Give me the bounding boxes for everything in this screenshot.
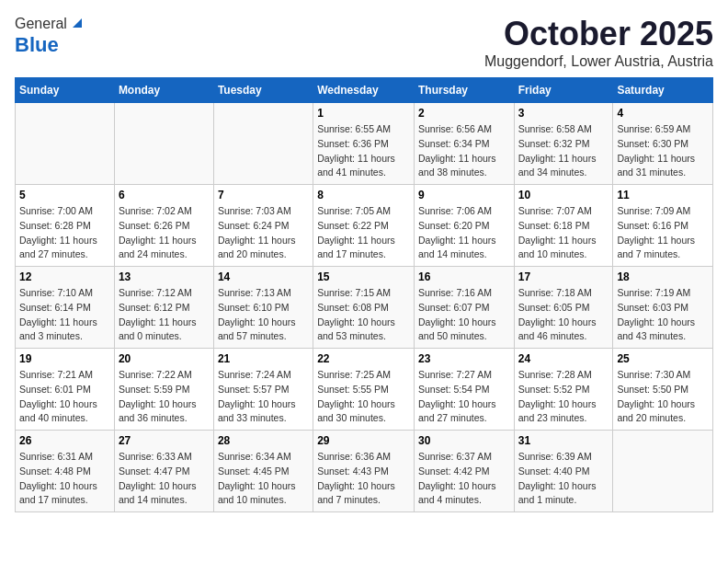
day-number: 26 (19, 434, 110, 447)
calendar-cell: 12Sunrise: 7:10 AM Sunset: 6:14 PM Dayli… (16, 267, 115, 349)
calendar-cell: 7Sunrise: 7:03 AM Sunset: 6:24 PM Daylig… (213, 185, 313, 267)
logo-triangle-icon (69, 15, 84, 29)
day-info: Sunrise: 7:13 AM Sunset: 6:10 PM Dayligh… (218, 286, 309, 344)
calendar-cell: 19Sunrise: 7:21 AM Sunset: 6:01 PM Dayli… (16, 349, 115, 431)
calendar-cell: 3Sunrise: 6:58 AM Sunset: 6:32 PM Daylig… (514, 103, 613, 185)
calendar-cell (16, 103, 115, 185)
day-info: Sunrise: 6:58 AM Sunset: 6:32 PM Dayligh… (518, 122, 609, 180)
day-info: Sunrise: 6:33 AM Sunset: 4:47 PM Dayligh… (119, 450, 210, 508)
calendar-cell: 9Sunrise: 7:06 AM Sunset: 6:20 PM Daylig… (414, 185, 514, 267)
day-number: 21 (218, 352, 309, 365)
day-number: 13 (119, 270, 210, 283)
calendar-cell: 25Sunrise: 7:30 AM Sunset: 5:50 PM Dayli… (613, 349, 713, 431)
day-number: 3 (518, 107, 609, 120)
calendar-cell (613, 431, 713, 512)
day-number: 12 (19, 270, 110, 283)
week-row-1: 1Sunrise: 6:55 AM Sunset: 6:36 PM Daylig… (16, 103, 713, 185)
day-number: 6 (119, 189, 210, 201)
calendar-cell: 4Sunrise: 6:59 AM Sunset: 6:30 PM Daylig… (613, 103, 713, 185)
day-info: Sunrise: 6:56 AM Sunset: 6:34 PM Dayligh… (418, 122, 510, 180)
day-number: 31 (518, 434, 609, 447)
day-number: 11 (617, 189, 709, 201)
day-number: 30 (418, 434, 510, 447)
day-number: 9 (418, 189, 510, 201)
calendar-cell: 2Sunrise: 6:56 AM Sunset: 6:34 PM Daylig… (414, 103, 514, 185)
week-row-2: 5Sunrise: 7:00 AM Sunset: 6:28 PM Daylig… (16, 185, 713, 267)
day-info: Sunrise: 7:22 AM Sunset: 5:59 PM Dayligh… (119, 368, 210, 426)
day-number: 29 (317, 434, 410, 447)
calendar-cell: 23Sunrise: 7:27 AM Sunset: 5:54 PM Dayli… (414, 349, 514, 431)
day-number: 22 (317, 352, 410, 365)
calendar-cell: 17Sunrise: 7:18 AM Sunset: 6:05 PM Dayli… (514, 267, 613, 349)
calendar-cell (213, 103, 313, 185)
day-info: Sunrise: 6:39 AM Sunset: 4:40 PM Dayligh… (518, 450, 609, 508)
day-info: Sunrise: 7:07 AM Sunset: 6:18 PM Dayligh… (518, 204, 609, 262)
day-number: 16 (418, 270, 510, 283)
col-header-tuesday: Tuesday (213, 78, 313, 103)
day-info: Sunrise: 7:18 AM Sunset: 6:05 PM Dayligh… (518, 286, 609, 344)
day-info: Sunrise: 7:00 AM Sunset: 6:28 PM Dayligh… (19, 204, 110, 262)
day-number: 23 (418, 352, 510, 365)
day-info: Sunrise: 6:59 AM Sunset: 6:30 PM Dayligh… (617, 122, 709, 180)
calendar-cell: 28Sunrise: 6:34 AM Sunset: 4:45 PM Dayli… (213, 431, 313, 512)
day-info: Sunrise: 7:06 AM Sunset: 6:20 PM Dayligh… (418, 204, 510, 262)
day-info: Sunrise: 7:21 AM Sunset: 6:01 PM Dayligh… (19, 368, 110, 426)
day-number: 7 (218, 189, 309, 201)
calendar-cell: 30Sunrise: 6:37 AM Sunset: 4:42 PM Dayli… (414, 431, 514, 512)
day-info: Sunrise: 7:24 AM Sunset: 5:57 PM Dayligh… (218, 368, 309, 426)
calendar-cell: 8Sunrise: 7:05 AM Sunset: 6:22 PM Daylig… (313, 185, 415, 267)
calendar-cell: 18Sunrise: 7:19 AM Sunset: 6:03 PM Dayli… (613, 267, 713, 349)
day-number: 24 (518, 352, 609, 365)
day-number: 2 (418, 107, 510, 120)
calendar-cell: 29Sunrise: 6:36 AM Sunset: 4:43 PM Dayli… (313, 431, 415, 512)
calendar-subtitle: Muggendorf, Lower Austria, Austria (484, 53, 713, 70)
calendar-cell: 5Sunrise: 7:00 AM Sunset: 6:28 PM Daylig… (16, 185, 115, 267)
calendar-title: October 2025 (484, 15, 713, 53)
calendar-cell: 22Sunrise: 7:25 AM Sunset: 5:55 PM Dayli… (313, 349, 415, 431)
calendar-header-row: SundayMondayTuesdayWednesdayThursdayFrid… (16, 78, 713, 103)
calendar-cell: 13Sunrise: 7:12 AM Sunset: 6:12 PM Dayli… (114, 267, 213, 349)
day-number: 18 (617, 270, 709, 283)
calendar-cell: 10Sunrise: 7:07 AM Sunset: 6:18 PM Dayli… (514, 185, 613, 267)
col-header-friday: Friday (514, 78, 613, 103)
logo: General Blue (15, 15, 84, 57)
day-number: 25 (617, 352, 709, 365)
day-info: Sunrise: 6:31 AM Sunset: 4:48 PM Dayligh… (19, 450, 110, 508)
day-number: 28 (218, 434, 309, 447)
calendar-cell: 1Sunrise: 6:55 AM Sunset: 6:36 PM Daylig… (313, 103, 415, 185)
calendar-cell (114, 103, 213, 185)
col-header-monday: Monday (114, 78, 213, 103)
day-number: 5 (19, 189, 110, 201)
calendar-table: SundayMondayTuesdayWednesdayThursdayFrid… (15, 77, 713, 512)
calendar-cell: 16Sunrise: 7:16 AM Sunset: 6:07 PM Dayli… (414, 267, 514, 349)
day-info: Sunrise: 7:09 AM Sunset: 6:16 PM Dayligh… (617, 204, 709, 262)
day-number: 15 (317, 270, 410, 283)
day-number: 17 (518, 270, 609, 283)
day-info: Sunrise: 7:15 AM Sunset: 6:08 PM Dayligh… (317, 286, 410, 344)
day-info: Sunrise: 7:05 AM Sunset: 6:22 PM Dayligh… (317, 204, 410, 262)
day-number: 20 (119, 352, 210, 365)
day-info: Sunrise: 6:34 AM Sunset: 4:45 PM Dayligh… (218, 450, 309, 508)
day-info: Sunrise: 7:02 AM Sunset: 6:26 PM Dayligh… (119, 204, 210, 262)
day-info: Sunrise: 7:03 AM Sunset: 6:24 PM Dayligh… (218, 204, 309, 262)
day-info: Sunrise: 7:27 AM Sunset: 5:54 PM Dayligh… (418, 368, 510, 426)
day-info: Sunrise: 7:25 AM Sunset: 5:55 PM Dayligh… (317, 368, 410, 426)
col-header-sunday: Sunday (16, 78, 115, 103)
day-number: 14 (218, 270, 309, 283)
week-row-5: 26Sunrise: 6:31 AM Sunset: 4:48 PM Dayli… (16, 431, 713, 512)
week-row-4: 19Sunrise: 7:21 AM Sunset: 6:01 PM Dayli… (16, 349, 713, 431)
day-number: 19 (19, 352, 110, 365)
calendar-cell: 14Sunrise: 7:13 AM Sunset: 6:10 PM Dayli… (213, 267, 313, 349)
title-block: October 2025 Muggendorf, Lower Austria, … (484, 15, 713, 70)
calendar-cell: 24Sunrise: 7:28 AM Sunset: 5:52 PM Dayli… (514, 349, 613, 431)
day-info: Sunrise: 6:36 AM Sunset: 4:43 PM Dayligh… (317, 450, 410, 508)
calendar-cell: 31Sunrise: 6:39 AM Sunset: 4:40 PM Dayli… (514, 431, 613, 512)
day-info: Sunrise: 7:12 AM Sunset: 6:12 PM Dayligh… (119, 286, 210, 344)
calendar-cell: 6Sunrise: 7:02 AM Sunset: 6:26 PM Daylig… (114, 185, 213, 267)
calendar-cell: 26Sunrise: 6:31 AM Sunset: 4:48 PM Dayli… (16, 431, 115, 512)
day-info: Sunrise: 6:55 AM Sunset: 6:36 PM Dayligh… (317, 122, 410, 180)
day-number: 4 (617, 107, 709, 120)
col-header-thursday: Thursday (414, 78, 514, 103)
day-number: 1 (317, 107, 410, 120)
col-header-saturday: Saturday (613, 78, 713, 103)
